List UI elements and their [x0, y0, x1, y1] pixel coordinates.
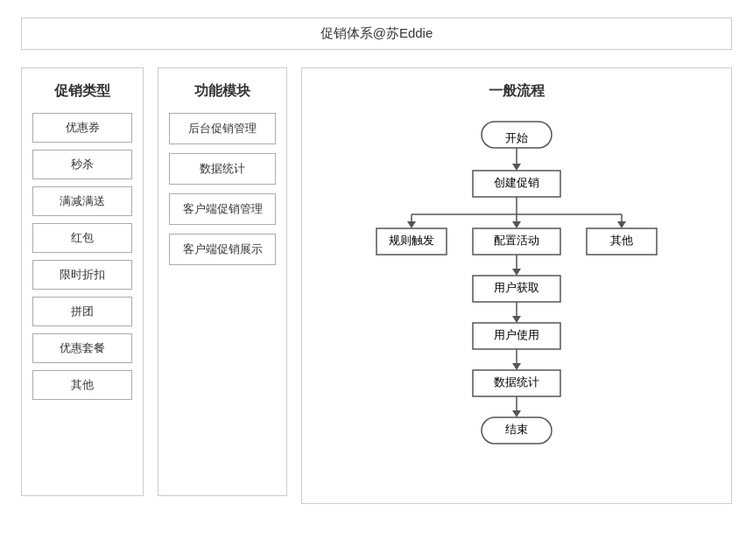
function-modules-panel: 功能模块 后台促销管理 数据统计 客户端促销管理 客户端促销展示	[158, 67, 287, 496]
func-item-client-manage[interactable]: 客户端促销管理	[169, 193, 276, 225]
promo-item-timediscount[interactable]: 限时折扣	[32, 260, 132, 290]
create-label: 创建促销	[494, 176, 539, 189]
svg-marker-19	[512, 316, 521, 323]
func-item-client-display[interactable]: 客户端促销展示	[169, 234, 276, 265]
start-label: 开始	[505, 131, 528, 144]
branch-center-label: 配置活动	[494, 234, 539, 247]
func-item-backend[interactable]: 后台促销管理	[169, 113, 276, 144]
svg-marker-22	[512, 363, 521, 370]
page-title: 促销体系@苏Eddie	[21, 18, 732, 50]
promo-item-groupbuy[interactable]: 拼团	[32, 297, 132, 326]
promotion-types-panel: 促销类型 优惠券 秒杀 满减满送 红包 限时折扣 拼团 优惠套餐 其他	[21, 67, 144, 496]
promo-item-flash[interactable]: 秒杀	[32, 150, 132, 179]
end-label: 结束	[505, 423, 528, 436]
func-item-stats[interactable]: 数据统计	[169, 153, 276, 185]
svg-marker-25	[512, 410, 521, 417]
use-label: 用户使用	[494, 328, 539, 341]
acquire-label: 用户获取	[494, 281, 539, 294]
svg-marker-16	[512, 269, 521, 276]
svg-marker-7	[407, 221, 416, 228]
flow-panel: 一般流程 开始 创建促销	[301, 67, 732, 504]
svg-marker-11	[617, 221, 626, 228]
right-panel-title: 一般流程	[320, 82, 714, 101]
promo-item-other[interactable]: 其他	[32, 370, 132, 400]
svg-marker-2	[512, 164, 521, 171]
branch-right-label: 其他	[610, 234, 633, 247]
branch-left-label: 规则触发	[389, 234, 434, 247]
middle-panel-title: 功能模块	[169, 82, 276, 101]
promo-item-bundle[interactable]: 优惠套餐	[32, 333, 132, 363]
promo-item-redpacket[interactable]: 红包	[32, 223, 132, 253]
flowchart-svg: 开始 创建促销	[359, 113, 674, 489]
promo-item-coupon[interactable]: 优惠券	[32, 113, 132, 143]
svg-marker-9	[512, 221, 521, 228]
stats-label: 数据统计	[494, 375, 539, 388]
left-panel-title: 促销类型	[32, 82, 132, 101]
promo-item-fullreduce[interactable]: 满减满送	[32, 186, 132, 216]
